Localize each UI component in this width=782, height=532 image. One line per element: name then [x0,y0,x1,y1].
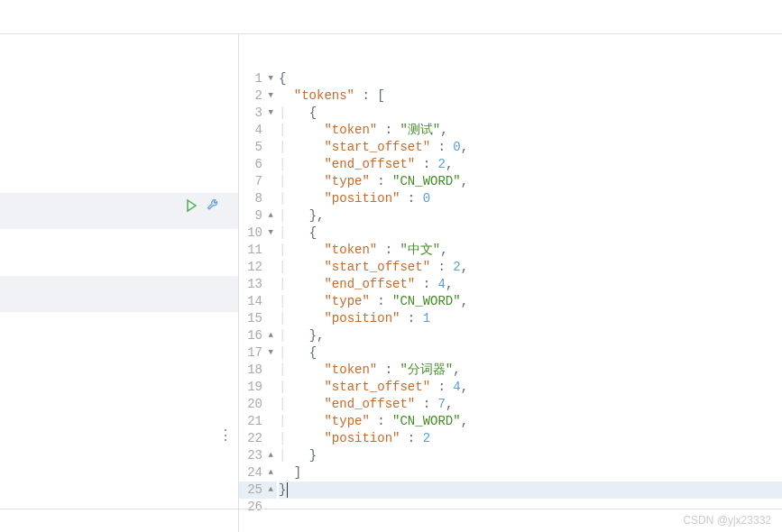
gutter-line[interactable]: 23▲ [239,447,277,464]
gutter-line[interactable]: 9▲ [239,207,277,225]
code-line[interactable]: ] [279,464,782,482]
code-content[interactable]: { "tokens" : [| {| "token" : "测试",| "sta… [279,34,782,532]
code-line[interactable]: | { [279,344,782,362]
code-editor[interactable]: 1▼2▼3▼456789▲10▼111213141516▲17▼18192021… [239,34,782,532]
divider [0,509,782,509]
code-line[interactable]: | "position" : 1 [279,310,782,327]
gutter-line[interactable]: 17▼ [239,344,277,362]
run-icon[interactable] [184,198,198,216]
code-line[interactable]: | "position" : 2 [279,430,782,447]
gutter-line[interactable]: 18 [239,362,277,379]
fold-arrow-icon[interactable]: ▲ [264,447,273,464]
gutter-line[interactable]: 6 [239,156,277,173]
gutter-line[interactable]: 21 [239,413,277,430]
code-line[interactable]: | "end_offset" : 7, [279,396,782,413]
gutter-line[interactable]: 1▼ [239,70,277,87]
fold-arrow-icon[interactable]: ▲ [264,207,273,225]
line-gutter: 1▼2▼3▼456789▲10▼111213141516▲17▼18192021… [239,34,279,532]
gutter-line[interactable]: 25▲ [239,482,277,499]
gutter-line[interactable]: 14 [239,293,277,310]
code-line[interactable]: | "token" : "测试", [279,122,782,139]
gutter-line[interactable]: 19 [239,379,277,396]
gutter-line[interactable]: 3▼ [239,105,277,122]
gutter-line[interactable]: 11 [239,242,277,259]
code-line[interactable]: | } [279,447,782,464]
gutter-line[interactable]: 26 [239,499,277,516]
code-line[interactable]: { [279,70,782,87]
wrench-icon[interactable] [206,198,220,216]
main-area: ⋮ 1▼2▼3▼456789▲10▼111213141516▲17▼181920… [0,34,782,532]
code-line[interactable]: "tokens" : [ [279,87,782,105]
gutter-line[interactable]: 13 [239,276,277,293]
gutter-line[interactable]: 12 [239,259,277,276]
left-panel-row[interactable] [0,276,238,312]
gutter-line[interactable]: 4 [239,122,277,139]
gutter-line[interactable]: 16▲ [239,327,277,344]
code-line[interactable]: | { [279,105,782,122]
gutter-line[interactable]: 15 [239,310,277,327]
code-line[interactable]: | "end_offset" : 4, [279,276,782,293]
watermark: CSDN @yjx23332 [683,514,771,527]
fold-arrow-icon[interactable]: ▼ [264,105,273,122]
code-line[interactable]: | }, [279,207,782,225]
fold-arrow-icon[interactable]: ▼ [264,70,273,87]
code-line[interactable]: | "token" : "分词器", [279,362,782,379]
fold-arrow-icon[interactable]: ▼ [264,225,273,242]
more-dots-icon[interactable]: ⋮ [218,427,231,445]
fold-arrow-icon[interactable]: ▲ [264,482,273,499]
code-line[interactable]: | "end_offset" : 2, [279,156,782,173]
code-line[interactable]: | { [279,225,782,242]
code-line[interactable]: } [279,482,782,499]
fold-arrow-icon[interactable]: ▼ [264,87,273,105]
code-line[interactable]: | "type" : "CN_WORD", [279,413,782,430]
gutter-line[interactable]: 24▲ [239,464,277,482]
code-line[interactable]: | "start_offset" : 2, [279,259,782,276]
code-line[interactable]: | "position" : 0 [279,190,782,207]
fold-arrow-icon[interactable]: ▼ [264,344,273,362]
gutter-line[interactable]: 7 [239,173,277,190]
code-line[interactable]: | }, [279,327,782,344]
gutter-line[interactable]: 10▼ [239,225,277,242]
text-cursor [287,482,288,498]
left-panel: ⋮ [0,34,239,532]
code-line[interactable]: | "start_offset" : 4, [279,379,782,396]
gutter-line[interactable]: 22 [239,430,277,447]
code-line[interactable]: | "token" : "中文", [279,242,782,259]
code-line[interactable]: | "start_offset" : 0, [279,139,782,156]
fold-arrow-icon[interactable]: ▲ [264,464,273,482]
fold-arrow-icon[interactable]: ▲ [264,327,273,344]
gutter-line[interactable]: 2▼ [239,87,277,105]
top-bar [0,0,782,34]
code-line[interactable]: | "type" : "CN_WORD", [279,293,782,310]
gutter-line[interactable]: 20 [239,396,277,413]
gutter-line[interactable]: 8 [239,190,277,207]
code-line[interactable]: | "type" : "CN_WORD", [279,173,782,190]
gutter-line[interactable]: 5 [239,139,277,156]
